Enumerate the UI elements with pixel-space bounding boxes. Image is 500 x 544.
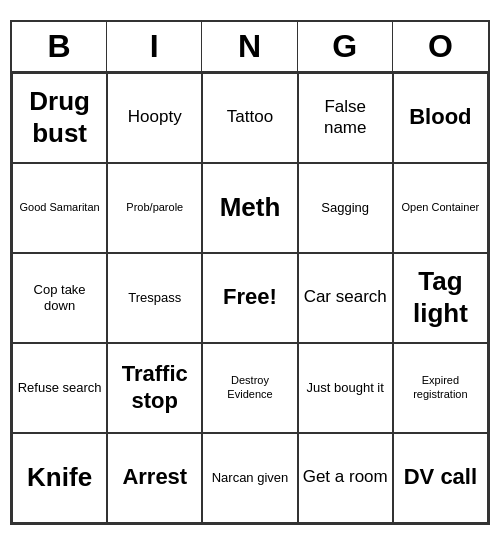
- cell-text: Open Container: [402, 201, 480, 214]
- bingo-cell[interactable]: Hoopty: [107, 73, 202, 163]
- cell-text: Arrest: [122, 464, 187, 490]
- cell-text: Refuse search: [18, 380, 102, 396]
- bingo-cell[interactable]: Expired registration: [393, 343, 488, 433]
- bingo-cell[interactable]: Narcan given: [202, 433, 297, 523]
- cell-text: Knife: [27, 462, 92, 493]
- cell-text: Hoopty: [128, 107, 182, 127]
- bingo-cell[interactable]: Drug bust: [12, 73, 107, 163]
- bingo-cell[interactable]: Meth: [202, 163, 297, 253]
- bingo-cell[interactable]: Get a room: [298, 433, 393, 523]
- header-letter: O: [393, 22, 488, 71]
- bingo-cell[interactable]: DV call: [393, 433, 488, 523]
- bingo-cell[interactable]: Traffic stop: [107, 343, 202, 433]
- header-letter: G: [298, 22, 393, 71]
- cell-text: Tattoo: [227, 107, 273, 127]
- cell-text: Sagging: [321, 200, 369, 216]
- bingo-cell[interactable]: Tag light: [393, 253, 488, 343]
- bingo-cell[interactable]: Car search: [298, 253, 393, 343]
- cell-text: Cop take down: [17, 282, 102, 313]
- cell-text: Expired registration: [398, 374, 483, 400]
- cell-text: Blood: [409, 104, 471, 130]
- header-letter: B: [12, 22, 107, 71]
- bingo-cell[interactable]: Prob/parole: [107, 163, 202, 253]
- cell-text: Prob/parole: [126, 201, 183, 214]
- bingo-cell[interactable]: Arrest: [107, 433, 202, 523]
- bingo-cell[interactable]: Destroy Evidence: [202, 343, 297, 433]
- bingo-cell[interactable]: Knife: [12, 433, 107, 523]
- cell-text: Car search: [304, 287, 387, 307]
- cell-text: Get a room: [303, 467, 388, 487]
- bingo-grid: Drug bustHooptyTattooFalse nameBloodGood…: [12, 73, 488, 523]
- bingo-cell[interactable]: Tattoo: [202, 73, 297, 163]
- cell-text: Traffic stop: [112, 361, 197, 414]
- cell-text: DV call: [404, 464, 477, 490]
- bingo-cell[interactable]: Blood: [393, 73, 488, 163]
- bingo-cell[interactable]: Refuse search: [12, 343, 107, 433]
- bingo-cell[interactable]: Just bought it: [298, 343, 393, 433]
- cell-text: Trespass: [128, 290, 181, 306]
- bingo-cell[interactable]: Sagging: [298, 163, 393, 253]
- cell-text: Meth: [220, 192, 281, 223]
- cell-text: Good Samaritan: [20, 201, 100, 214]
- header-letter: N: [202, 22, 297, 71]
- bingo-cell[interactable]: Cop take down: [12, 253, 107, 343]
- bingo-cell[interactable]: Free!: [202, 253, 297, 343]
- cell-text: Destroy Evidence: [207, 374, 292, 400]
- cell-text: False name: [303, 97, 388, 138]
- cell-text: Narcan given: [212, 470, 289, 486]
- cell-text: Just bought it: [307, 380, 384, 396]
- bingo-cell[interactable]: Trespass: [107, 253, 202, 343]
- header-letter: I: [107, 22, 202, 71]
- bingo-card: BINGO Drug bustHooptyTattooFalse nameBlo…: [10, 20, 490, 525]
- bingo-cell[interactable]: False name: [298, 73, 393, 163]
- cell-text: Drug bust: [17, 86, 102, 148]
- bingo-cell[interactable]: Good Samaritan: [12, 163, 107, 253]
- cell-text: Tag light: [398, 266, 483, 328]
- bingo-header: BINGO: [12, 22, 488, 73]
- bingo-cell[interactable]: Open Container: [393, 163, 488, 253]
- cell-text: Free!: [223, 284, 277, 310]
